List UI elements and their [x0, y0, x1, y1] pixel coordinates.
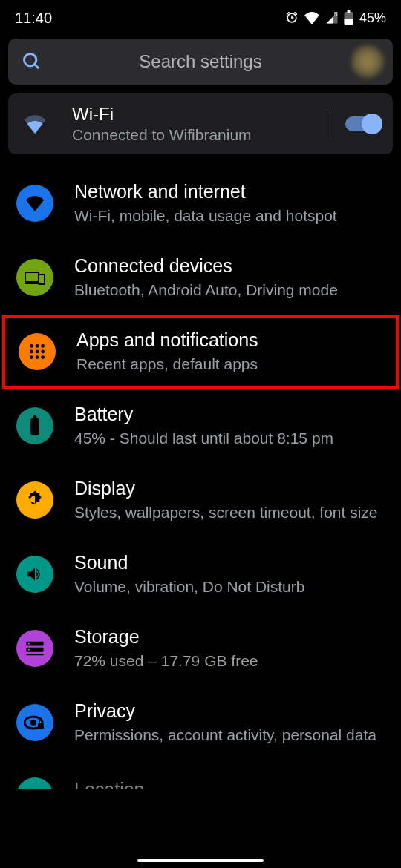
setting-title: Apps and notifications — [76, 329, 382, 351]
alarm-icon — [284, 10, 299, 25]
wifi-card-title: Wi-Fi — [72, 104, 327, 125]
status-time: 11:40 — [15, 10, 52, 27]
setting-subtitle: 45% - Should last until about 8:15 pm — [74, 428, 385, 448]
privacy-icon — [16, 704, 53, 741]
battery-status-icon — [344, 10, 353, 25]
svg-rect-3 — [347, 10, 350, 13]
setting-subtitle: Styles, wallpapers, screen timeout, font… — [74, 502, 385, 522]
setting-apps-notifications[interactable]: Apps and notifications Recent apps, defa… — [2, 315, 399, 389]
svg-point-10 — [36, 344, 39, 348]
svg-text:R: R — [334, 11, 338, 16]
wifi-icon — [22, 114, 48, 134]
svg-point-17 — [41, 355, 45, 359]
sound-icon — [16, 556, 53, 593]
status-bar: 11:40 R 45% — [0, 0, 401, 33]
setting-title: Storage — [74, 626, 385, 648]
search-placeholder: Search settings — [139, 51, 261, 72]
wifi-toggle[interactable] — [345, 116, 379, 131]
signal-icon: R — [325, 11, 339, 24]
setting-title: Battery — [74, 404, 385, 425]
setting-title: Sound — [74, 552, 385, 573]
setting-sound[interactable]: Sound Volume, vibration, Do Not Disturb — [0, 537, 401, 611]
brightness-icon — [16, 481, 53, 519]
setting-title: Privacy — [74, 700, 385, 722]
setting-title: Network and internet — [74, 181, 385, 203]
setting-battery[interactable]: Battery 45% - Should last until about 8:… — [0, 389, 401, 463]
wifi-icon — [16, 185, 53, 222]
setting-subtitle: Volume, vibration, Do Not Disturb — [74, 576, 385, 596]
storage-icon — [16, 630, 53, 667]
divider — [327, 109, 328, 139]
svg-point-12 — [30, 350, 33, 354]
setting-location-partial[interactable]: Location — [0, 760, 401, 789]
setting-storage[interactable]: Storage 72% used – 17.79 GB free — [0, 611, 401, 685]
status-icons: R 45% — [284, 10, 386, 26]
svg-rect-27 — [38, 723, 44, 729]
setting-subtitle: Wi-Fi, mobile, data usage and hotspot — [74, 206, 385, 226]
location-icon — [16, 777, 53, 789]
apps-icon — [19, 333, 56, 370]
profile-avatar[interactable] — [351, 45, 384, 78]
svg-point-26 — [30, 720, 36, 726]
search-icon — [22, 51, 42, 72]
wifi-quick-card[interactable]: Wi-Fi Connected to Wifibranium — [8, 93, 393, 154]
svg-point-13 — [36, 350, 39, 354]
setting-title: Display — [74, 478, 385, 499]
svg-point-4 — [25, 54, 36, 66]
svg-point-24 — [28, 649, 30, 651]
wifi-card-subtitle: Connected to Wifibranium — [72, 126, 327, 144]
setting-title: Location — [74, 779, 385, 789]
svg-point-15 — [30, 355, 33, 359]
navigation-handle[interactable] — [137, 859, 264, 862]
svg-rect-2 — [344, 19, 353, 25]
setting-connected-devices[interactable]: Connected devices Bluetooth, Android Aut… — [0, 240, 401, 315]
svg-rect-19 — [33, 415, 37, 419]
search-settings-bar[interactable]: Search settings — [8, 39, 393, 85]
svg-line-5 — [35, 65, 39, 69]
svg-rect-22 — [26, 654, 43, 655]
svg-rect-8 — [39, 274, 45, 284]
wifi-status-icon — [304, 11, 320, 24]
setting-subtitle: Permissions, account activity, personal … — [74, 725, 385, 745]
svg-rect-6 — [25, 272, 39, 282]
svg-point-11 — [41, 344, 45, 348]
setting-title: Connected devices — [74, 255, 385, 277]
setting-subtitle: Bluetooth, Android Auto, Driving mode — [74, 280, 385, 300]
svg-point-23 — [28, 643, 30, 645]
svg-point-9 — [30, 344, 33, 348]
setting-subtitle: Recent apps, default apps — [76, 354, 382, 374]
battery-icon — [16, 407, 53, 444]
battery-percentage: 45% — [359, 10, 386, 26]
setting-network-internet[interactable]: Network and internet Wi-Fi, mobile, data… — [0, 166, 401, 240]
settings-list: Network and internet Wi-Fi, mobile, data… — [0, 166, 401, 789]
setting-privacy[interactable]: Privacy Permissions, account activity, p… — [0, 685, 401, 760]
svg-point-16 — [36, 355, 39, 359]
svg-rect-18 — [30, 418, 39, 435]
devices-icon — [16, 259, 53, 296]
setting-subtitle: 72% used – 17.79 GB free — [74, 651, 385, 671]
setting-display[interactable]: Display Styles, wallpapers, screen timeo… — [0, 463, 401, 537]
svg-point-14 — [41, 350, 45, 354]
